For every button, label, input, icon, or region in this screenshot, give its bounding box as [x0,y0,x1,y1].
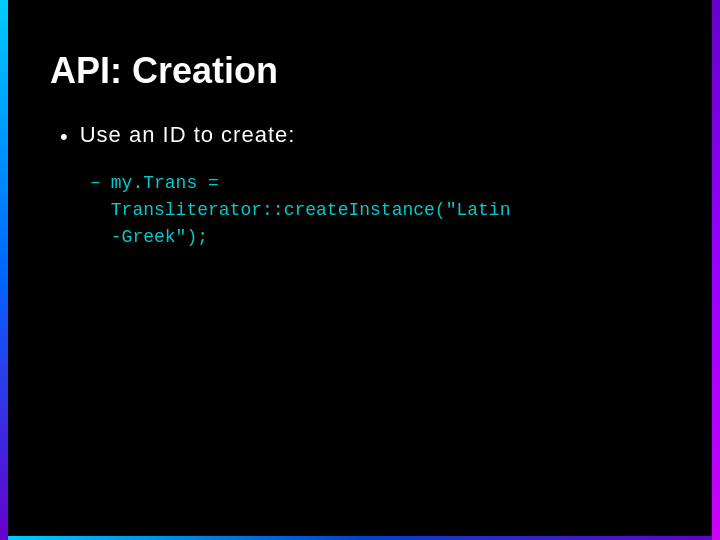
border-right-accent [712,0,720,540]
bullet-text: Use an ID to create: [80,122,296,148]
border-bottom-accent [8,536,712,540]
bullet-item: • Use an ID to create: [60,122,670,150]
sub-bullet-dash: – [90,172,101,192]
code-line-1: my.Trans = [111,173,219,193]
code-line-2: Transliterator::createInstance("Latin [111,200,511,220]
border-left-accent [0,0,8,540]
slide-container: API: Creation • Use an ID to create: – m… [0,0,720,540]
bullet-section: • Use an ID to create: – my.Trans = Tran… [60,122,670,251]
code-line-3: -Greek"); [111,227,208,247]
sub-bullet-section: – my.Trans = Transliterator::createInsta… [90,170,670,251]
sub-bullet-item: – my.Trans = Transliterator::createInsta… [90,170,670,251]
bullet-dot: • [60,124,68,150]
sub-bullet-text: my.Trans = Transliterator::createInstanc… [111,170,511,251]
slide-title: API: Creation [50,50,670,92]
